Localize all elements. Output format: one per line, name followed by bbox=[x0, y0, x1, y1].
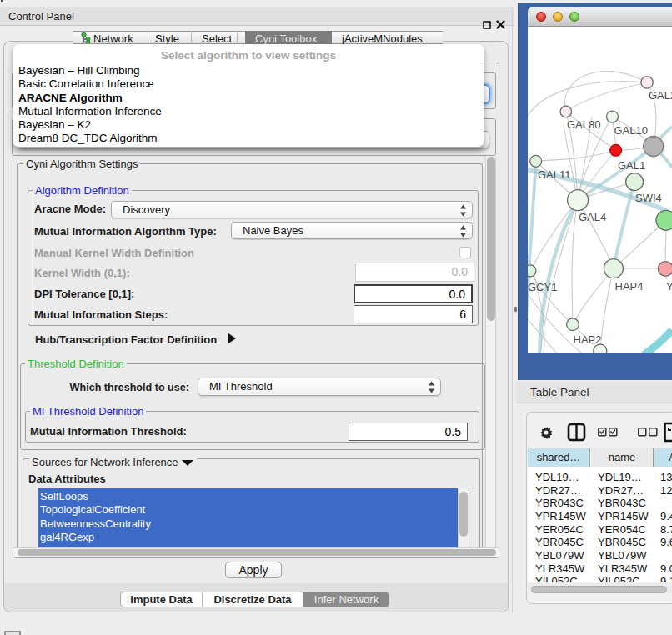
svg-text:HAP2: HAP2 bbox=[574, 333, 602, 346]
svg-text:GCY1: GCY1 bbox=[528, 281, 557, 293]
svg-text:GAL4: GAL4 bbox=[579, 211, 606, 223]
svg-text:GAL11: GAL11 bbox=[538, 168, 571, 181]
svg-text:GAL10: GAL10 bbox=[614, 124, 648, 137]
svg-text:Y: Y bbox=[666, 280, 672, 292]
svg-text:GAL1: GAL1 bbox=[618, 159, 645, 172]
svg-text:GAL80: GAL80 bbox=[567, 118, 600, 131]
svg-text:GAL2: GAL2 bbox=[649, 89, 672, 102]
svg-text:SWI4: SWI4 bbox=[635, 192, 662, 204]
svg-text:HAP4: HAP4 bbox=[615, 280, 644, 292]
